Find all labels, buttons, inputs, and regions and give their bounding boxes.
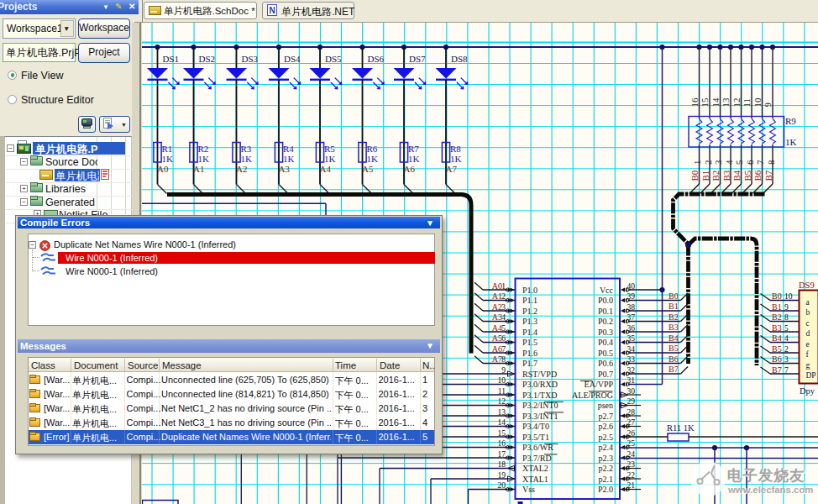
svg-text:13: 13 (498, 408, 506, 417)
svg-text:14: 14 (498, 418, 506, 427)
svg-text:p2.3: p2.3 (599, 454, 614, 463)
svg-text:A0: A0 (157, 164, 169, 174)
svg-text:15: 15 (700, 97, 710, 108)
svg-text:B7: B7 (763, 170, 773, 181)
svg-text:A2: A2 (492, 302, 502, 312)
svg-text:4: 4 (501, 313, 506, 322)
svg-text:p2.2: p2.2 (599, 464, 614, 473)
svg-text:2: 2 (784, 345, 789, 354)
svg-text:1K: 1K (408, 154, 420, 164)
svg-text:16: 16 (498, 439, 506, 448)
svg-text:2: 2 (703, 160, 713, 165)
svg-text:B5: B5 (772, 344, 782, 354)
svg-text:8: 8 (766, 160, 776, 165)
svg-text:29: 29 (627, 397, 636, 406)
svg-text:DS4: DS4 (284, 54, 301, 64)
svg-text:9: 9 (784, 303, 789, 312)
svg-text:B5: B5 (669, 344, 679, 353)
svg-text:A3: A3 (279, 164, 291, 174)
svg-text:1K: 1K (198, 154, 210, 164)
svg-text:4: 4 (724, 160, 734, 165)
svg-text:p2.7: p2.7 (599, 412, 614, 421)
svg-text:P0.3: P0.3 (598, 328, 613, 337)
svg-text:d: d (806, 329, 810, 338)
svg-text:3: 3 (784, 355, 789, 364)
svg-text:1K: 1K (324, 154, 336, 164)
svg-text:Vcc: Vcc (600, 286, 614, 295)
svg-text:16: 16 (690, 97, 700, 108)
svg-text:1K: 1K (283, 154, 295, 164)
svg-text:DS3: DS3 (242, 54, 259, 64)
svg-text:4: 4 (784, 334, 789, 343)
svg-text:A1: A1 (492, 291, 502, 301)
svg-text:P1.7: P1.7 (522, 359, 537, 368)
svg-text:R3: R3 (241, 144, 252, 154)
svg-text:B2: B2 (772, 312, 782, 322)
svg-text:5: 5 (501, 324, 506, 333)
svg-text:A5: A5 (362, 164, 374, 174)
svg-text:15: 15 (498, 429, 506, 438)
svg-text:e: e (806, 340, 810, 349)
svg-text:B4: B4 (772, 333, 782, 343)
svg-text:A7: A7 (492, 354, 502, 364)
svg-text:p2.4: p2.4 (599, 443, 614, 452)
svg-text:B7: B7 (669, 365, 679, 374)
svg-text:7: 7 (501, 345, 506, 354)
svg-text:1K: 1K (241, 154, 253, 164)
svg-text:psen: psen (598, 401, 613, 410)
svg-text:A4: A4 (492, 323, 502, 333)
svg-text:B6: B6 (772, 354, 782, 364)
svg-text:A2: A2 (236, 164, 247, 174)
svg-text:Vss: Vss (522, 485, 535, 494)
svg-text:17: 17 (498, 450, 506, 459)
svg-text:R4: R4 (283, 144, 294, 154)
svg-text:p2.1: p2.1 (599, 475, 614, 484)
svg-text:DP: DP (806, 371, 816, 380)
svg-text:P0.6: P0.6 (598, 359, 613, 368)
svg-text:P0.4: P0.4 (598, 338, 613, 347)
svg-text:10: 10 (752, 97, 763, 108)
svg-text:A4: A4 (320, 164, 332, 174)
svg-text:19: 19 (498, 471, 506, 480)
svg-text:P0.7: P0.7 (598, 370, 613, 379)
svg-text:11: 11 (498, 387, 506, 396)
svg-text:P3.0/RXD: P3.0/RXD (522, 380, 558, 389)
svg-text:R9: R9 (785, 116, 796, 126)
svg-text:7: 7 (755, 160, 765, 165)
svg-text:P0.2: P0.2 (598, 317, 613, 326)
svg-text:1: 1 (692, 160, 702, 165)
svg-text:p2.5: p2.5 (599, 433, 614, 442)
svg-text:B2: B2 (669, 312, 679, 322)
svg-text:A5: A5 (492, 333, 502, 343)
svg-text:B3: B3 (772, 323, 782, 333)
svg-text:DS5: DS5 (325, 54, 342, 64)
svg-text:DS9: DS9 (799, 281, 815, 290)
svg-text:B3: B3 (669, 323, 679, 332)
svg-text:B0: B0 (669, 291, 679, 301)
svg-text:P3.5/T1: P3.5/T1 (522, 433, 549, 442)
svg-text:R11 1K: R11 1K (667, 423, 695, 433)
svg-text:B1: B1 (772, 302, 782, 312)
svg-text:10: 10 (498, 376, 506, 385)
svg-text:P1.4: P1.4 (522, 328, 537, 337)
svg-text:R5: R5 (324, 144, 335, 154)
svg-text:P1.1: P1.1 (522, 296, 537, 305)
svg-text:12: 12 (498, 397, 506, 406)
svg-text:P0.0: P0.0 (598, 296, 613, 305)
svg-text:DS8: DS8 (451, 54, 468, 64)
svg-text:20: 20 (498, 481, 506, 490)
svg-text:3: 3 (713, 160, 723, 165)
svg-text:B1: B1 (669, 302, 679, 311)
svg-text:8: 8 (501, 355, 506, 364)
svg-text:A3: A3 (492, 312, 502, 322)
svg-text:1K: 1K (450, 154, 462, 164)
svg-text:R6: R6 (367, 144, 378, 154)
svg-text:5: 5 (784, 324, 789, 333)
svg-text:Dpy: Dpy (800, 386, 815, 396)
svg-text:A6: A6 (492, 344, 502, 354)
svg-text:A7: A7 (446, 164, 458, 174)
svg-text:1K: 1K (367, 154, 379, 164)
svg-text:11: 11 (742, 98, 752, 108)
svg-text:5: 5 (734, 160, 744, 165)
svg-text:B0: B0 (772, 291, 782, 301)
